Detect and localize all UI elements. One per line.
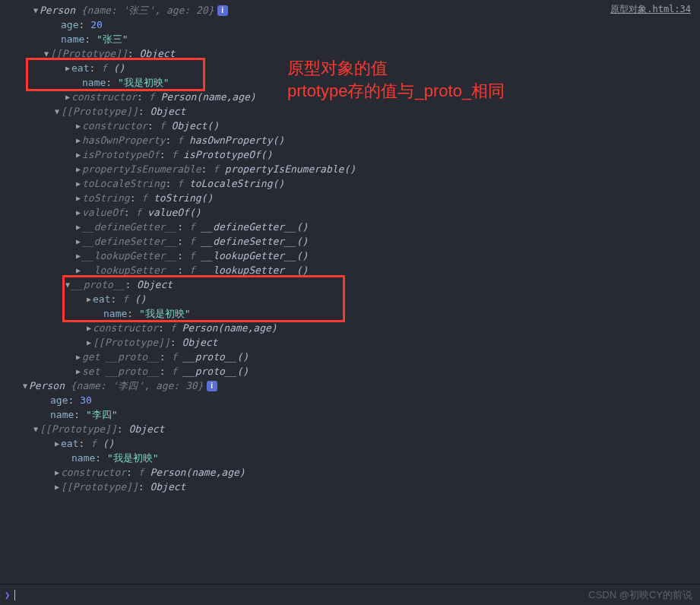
function-keyword: f xyxy=(141,191,154,205)
console-row[interactable]: name: "张三" xyxy=(0,32,700,46)
object-value: Object xyxy=(150,104,185,119)
console-row[interactable]: name: "我是初映" xyxy=(0,451,700,465)
console-row[interactable]: name: "我是初映" xyxy=(0,306,700,321)
console-row[interactable]: ▶eat: f () xyxy=(0,436,700,451)
console-row[interactable]: ▶get __proto__: f __proto__() xyxy=(0,350,700,364)
function-keyword: f xyxy=(189,220,201,234)
property-key: [[Prototype]] xyxy=(61,104,138,119)
arrow-right-icon[interactable]: ▶ xyxy=(74,162,82,176)
arrow-down-icon[interactable]: ▼ xyxy=(43,46,50,61)
object-value: Object xyxy=(182,335,217,350)
function-keyword: f xyxy=(90,436,103,451)
function-signature: hasOwnProperty() xyxy=(189,133,284,147)
source-link[interactable]: 原型对象.html:34 xyxy=(610,3,691,16)
console-row[interactable]: ▶toLocaleString: f toLocaleString() xyxy=(0,176,700,191)
function-keyword: f xyxy=(177,133,189,147)
arrow-down-icon[interactable]: ▼ xyxy=(32,3,40,17)
arrow-right-icon[interactable]: ▶ xyxy=(64,90,71,104)
colon: : xyxy=(166,133,178,147)
object-preview: {name: '张三', age: 20} xyxy=(81,3,214,17)
console-row[interactable]: ▶constructor: f Person(name,age) xyxy=(0,465,700,480)
console-row[interactable]: ▶__defineGetter__: f __defineGetter__() xyxy=(0,220,700,234)
console-row[interactable]: ▶__lookupGetter__: f __lookupGetter__() xyxy=(0,249,700,263)
console-row[interactable]: ▶constructor: f Person(name,age) xyxy=(0,321,700,335)
colon: : xyxy=(201,162,214,176)
colon: : xyxy=(126,465,138,480)
console-row[interactable]: ▼__proto__: Object xyxy=(0,277,700,292)
arrow-right-icon[interactable]: ▶ xyxy=(74,191,82,205)
arrow-down-icon[interactable]: ▼ xyxy=(64,277,71,292)
arrow-right-icon[interactable]: ▶ xyxy=(74,147,82,162)
info-icon[interactable]: i xyxy=(217,5,228,16)
arrow-right-icon[interactable]: ▶ xyxy=(74,176,82,191)
console-row[interactable]: ▶toString: f toString() xyxy=(0,191,700,205)
arrow-right-icon[interactable]: ▶ xyxy=(74,350,82,364)
property-key: toString xyxy=(82,191,130,205)
console-row[interactable]: age: 20 xyxy=(0,17,700,32)
function-signature: __proto__() xyxy=(183,350,249,364)
arrow-right-icon[interactable]: ▶ xyxy=(85,335,93,350)
arrow-right-icon[interactable]: ▶ xyxy=(74,220,82,234)
class-name: Person xyxy=(29,379,71,393)
arrow-down-icon[interactable]: ▼ xyxy=(21,379,29,393)
console-row[interactable]: ▼[[Prototype]]: Object xyxy=(0,422,700,436)
arrow-right-icon[interactable]: ▶ xyxy=(64,61,71,75)
colon: : xyxy=(147,119,160,133)
property-key: isPrototypeOf xyxy=(82,147,160,162)
arrow-down-icon[interactable]: ▼ xyxy=(53,104,61,119)
console-row[interactable]: ▶eat: f () xyxy=(0,61,700,75)
console-row[interactable]: ▼[[Prototype]]: Object xyxy=(0,46,700,61)
console-row[interactable]: ▶constructor: f Object() xyxy=(0,119,700,133)
colon: : xyxy=(125,277,137,292)
console-row[interactable]: ▶hasOwnProperty: f hasOwnProperty() xyxy=(0,133,700,147)
console-row[interactable]: ▶__lookupSetter__: f __lookupSetter__() xyxy=(0,263,700,277)
colon: : xyxy=(78,17,90,32)
function-signature: () xyxy=(113,61,125,75)
arrow-right-icon[interactable]: ▶ xyxy=(53,465,61,480)
own-property-key: age xyxy=(50,393,68,407)
console-row[interactable]: ▶[[Prototype]]: Object xyxy=(0,335,700,350)
console-row[interactable]: ▶isPrototypeOf: f isPrototypeOf() xyxy=(0,147,700,162)
property-key: [[Prototype]] xyxy=(93,335,170,350)
arrow-right-icon[interactable]: ▶ xyxy=(53,480,61,494)
arrow-right-icon[interactable]: ▶ xyxy=(74,119,82,133)
console-row[interactable]: name: "我是初映" xyxy=(0,75,700,90)
arrow-right-icon[interactable]: ▶ xyxy=(85,292,93,306)
console-row[interactable]: ▶[[Prototype]]: Object xyxy=(0,480,700,494)
console-row[interactable]: ▶constructor: f Person(name,age) xyxy=(0,90,700,104)
console-row[interactable]: ▶propertyIsEnumerable: f propertyIsEnume… xyxy=(0,162,700,176)
arrow-right-icon[interactable]: ▶ xyxy=(53,436,61,451)
console-row[interactable]: ▼[[Prototype]]: Object xyxy=(0,104,700,119)
arrow-right-icon[interactable]: ▶ xyxy=(74,263,82,277)
arrow-right-icon[interactable]: ▶ xyxy=(74,234,82,249)
arrow-spacer xyxy=(53,17,61,32)
console-input-bar[interactable]: ❯ CSDN @初映CY的前说 xyxy=(0,584,700,605)
string-value: "张三" xyxy=(97,32,128,46)
arrow-right-icon[interactable]: ▶ xyxy=(74,249,82,263)
console-row[interactable]: ▶eat: f () xyxy=(0,292,700,306)
console-row[interactable]: ▼Person {name: '张三', age: 20}i xyxy=(0,3,700,17)
function-keyword: f xyxy=(135,205,147,220)
colon: : xyxy=(89,61,101,75)
console-row[interactable]: name: "李四" xyxy=(0,407,700,422)
console-row[interactable]: ▼Person {name: '李四', age: 30}i xyxy=(0,379,700,393)
console-output: 原型对象.html:34 ▼Person {name: '张三', age: 2… xyxy=(0,0,700,584)
console-row[interactable]: ▶__defineSetter__: f __defineSetter__() xyxy=(0,234,700,249)
colon: : xyxy=(124,205,136,220)
console-row[interactable]: ▶valueOf: f valueOf() xyxy=(0,205,700,220)
function-signature: propertyIsEnumerable() xyxy=(225,162,356,176)
info-icon[interactable]: i xyxy=(207,381,217,391)
arrow-spacer xyxy=(74,75,82,90)
colon: : xyxy=(177,220,189,234)
console-row[interactable]: ▶set __proto__: f __proto__() xyxy=(0,364,700,379)
arrow-right-icon[interactable]: ▶ xyxy=(85,321,93,335)
arrow-right-icon[interactable]: ▶ xyxy=(74,205,82,220)
function-signature: toLocaleString() xyxy=(189,176,284,191)
property-key: __lookupSetter__ xyxy=(82,263,177,277)
property-key: propertyIsEnumerable xyxy=(82,162,201,176)
function-keyword: f xyxy=(170,321,182,335)
arrow-down-icon[interactable]: ▼ xyxy=(32,422,40,436)
console-row[interactable]: age: 30 xyxy=(0,393,700,407)
arrow-right-icon[interactable]: ▶ xyxy=(74,133,82,147)
arrow-right-icon[interactable]: ▶ xyxy=(74,364,82,379)
